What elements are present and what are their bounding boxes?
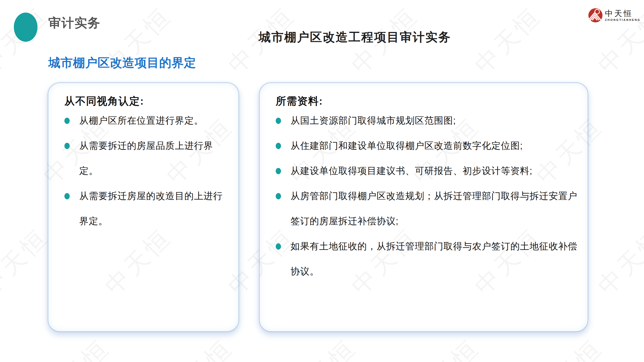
list-item: 从房管部门取得棚户区改造规划；从拆迁管理部门取得与拆迁安置户 签订的房屋拆迁补偿… (276, 184, 578, 234)
bullet-text: 从需要拆迁房屋的改造目的上进行 界定。 (79, 191, 223, 226)
bullet-icon (276, 118, 281, 124)
logo-mountain-icon (588, 8, 603, 23)
section-accent-dot (14, 13, 37, 42)
bullet-text: 如果有土地征收的，从拆迁管理部门取得与农户签订的土地征收补偿 协议。 (291, 241, 577, 277)
watermark-text: 中天恒 (529, 332, 610, 362)
bullet-text: 从建设单位取得项目建议书、可研报告、初步设计等资料; (291, 166, 532, 176)
watermark-text: 中天恒 (468, 0, 549, 81)
logo: 中天恒 ZHONGTIANHENG (588, 8, 640, 23)
list-item: 从国土资源部门取得城市规划区范围图; (276, 108, 578, 133)
card-perspectives: 从不同视角认定: 从棚户区所在位置进行界定。从需要拆迁的房屋品质上进行界定。从需… (48, 82, 239, 332)
list-item: 从建设单位取得项目建议书、可研报告、初步设计等资料; (276, 158, 578, 184)
bullet-icon (276, 143, 281, 149)
bullet-icon (276, 168, 281, 174)
list-item: 如果有土地征收的，从拆迁管理部门取得与农户签订的土地征收补偿 协议。 (276, 234, 578, 284)
bullet-icon (276, 243, 281, 250)
watermark-text: 中天恒 (36, 332, 117, 362)
bullet-icon (64, 143, 70, 149)
list-item: 从需要拆迁的房屋品质上进行界定。 (64, 133, 228, 184)
watermark-text: 中天恒 (406, 332, 487, 362)
logo-name: 中天恒 (605, 9, 633, 18)
list-item: 从住建部门和建设单位取得棚户区改造前数字化定位图; (276, 133, 578, 158)
page-title: 城市棚户区改造工程项目审计实务 (259, 29, 451, 45)
watermark-text: 中天恒 (283, 332, 364, 362)
watermark-text: 中天恒 (591, 221, 644, 302)
bullet-text: 从棚户区所在位置进行界定。 (79, 115, 204, 126)
logo-subtext: ZHONGTIANHENG (605, 18, 640, 21)
page-subtitle: 城市棚户区改造项目的界定 (48, 55, 196, 71)
bullet-icon (64, 118, 70, 124)
bullet-text: 从房管部门取得棚户区改造规划；从拆迁管理部门取得与拆迁安置户 签订的房屋拆迁补偿… (291, 191, 577, 226)
bullet-text: 从需要拆迁的房屋品质上进行界定。 (79, 141, 213, 176)
bullet-text: 从住建部门和建设单位取得棚户区改造前数字化定位图; (291, 141, 523, 151)
card-required-materials: 所需资料: 从国土资源部门取得城市规划区范围图;从住建部门和建设单位取得棚户区改… (259, 82, 588, 332)
section-label: 审计实务 (48, 15, 101, 31)
watermark-text: 中天恒 (159, 332, 240, 362)
list-item: 从棚户区所在位置进行界定。 (64, 108, 228, 133)
bullet-icon (276, 193, 281, 199)
bullet-list: 从棚户区所在位置进行界定。从需要拆迁的房屋品质上进行界定。从需要拆迁房屋的改造目… (64, 108, 228, 234)
bullet-text: 从国土资源部门取得城市规划区范围图; (291, 115, 456, 126)
watermark-text: 中天恒 (0, 221, 56, 302)
list-item: 从需要拆迁房屋的改造目的上进行 界定。 (64, 184, 228, 234)
bullet-list: 从国土资源部门取得城市规划区范围图;从住建部门和建设单位取得棚户区改造前数字化定… (276, 108, 578, 284)
bullet-icon (64, 193, 70, 199)
